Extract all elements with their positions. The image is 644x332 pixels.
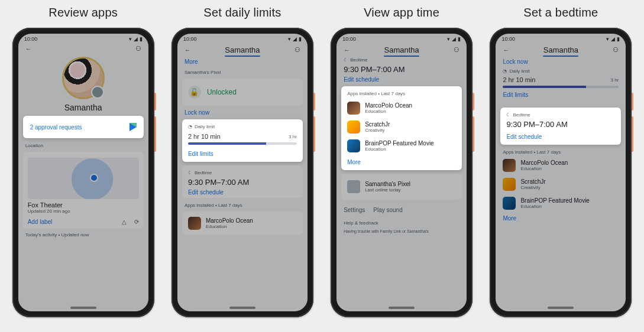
play-sound-link[interactable]: Play sound — [373, 207, 402, 213]
column-daily-limits: Set daily limits 10:00 ▾◢▮ ← Samantha ⚇ … — [169, 6, 316, 317]
bell-icon[interactable]: △ — [122, 219, 127, 225]
device-card[interactable]: 🔓 Unlocked — [182, 79, 303, 106]
app-category: Education — [365, 147, 434, 152]
clock-icon: ◔ — [503, 69, 507, 74]
screen: 10:00 ▾◢▮ ← Samantha ⚇ Lock now ◔Daily l… — [496, 34, 626, 311]
back-icon[interactable]: ← — [25, 46, 31, 52]
map-preview[interactable] — [28, 158, 139, 199]
daily-limit-card[interactable]: ◔Daily limit 2 hr 10 min 3 hr Edit limit… — [182, 119, 303, 162]
column-view-app-time: View app time 10:00 ▾◢▮ ← Samantha ⚇ ☾Be… — [328, 6, 475, 317]
settings-link[interactable]: Settings — [344, 207, 365, 213]
device-name: Samantha's Pixel — [365, 181, 410, 187]
bedtime-value: 9:30 PM–7:00 AM — [344, 65, 459, 74]
bedtime-card[interactable]: ☾Bedtime 9:30 PM–7:00 AM Edit schedule — [182, 165, 303, 198]
home-indicator[interactable] — [70, 307, 96, 309]
lock-now-link[interactable]: Lock now — [503, 58, 619, 65]
bedtime-label: ☾Bedtime — [188, 170, 297, 175]
app-name: ScratchJr — [520, 178, 545, 185]
col-title: Set a bedtime — [523, 6, 598, 19]
volume-button[interactable] — [632, 116, 633, 152]
location-updated: Updated 20 min ago — [28, 209, 139, 214]
app-item-marco[interactable]: MarcoPolo OceanEducation — [347, 99, 456, 118]
edit-limits-link[interactable]: Edit limits — [188, 151, 297, 157]
status-time: 10:00 — [24, 36, 38, 42]
more-link[interactable]: More — [347, 159, 456, 165]
column-review-apps: Review apps 10:00 ▾◢▮ ← ⚇ Samantha 2 app… — [9, 6, 157, 317]
more-link[interactable]: More — [185, 58, 300, 65]
app-bar: ← Samantha ⚇ — [496, 42, 626, 56]
app-bar: ← ⚇ — [18, 42, 148, 53]
moon-icon: ☾ — [506, 112, 510, 118]
status-time: 10:00 — [342, 36, 356, 42]
person-add-icon[interactable]: ⚇ — [454, 47, 459, 53]
bedtime-card[interactable]: ☾Bedtime 9:30 PM–7:00 AM Edit schedule — [500, 108, 621, 145]
volume-button[interactable] — [313, 116, 315, 152]
apps-card: MarcoPolo Ocean Education — [182, 211, 303, 235]
app-name: MarcoPolo Ocean — [206, 217, 253, 224]
app-icon — [503, 178, 516, 191]
bedtime-label: ☾Bedtime — [506, 112, 615, 118]
child-avatar[interactable] — [62, 57, 105, 99]
person-add-icon[interactable]: ⚇ — [135, 45, 141, 52]
app-bar: ← Samantha ⚇ — [336, 42, 467, 56]
person-add-icon[interactable]: ⚇ — [295, 47, 300, 53]
back-icon[interactable]: ← — [344, 47, 349, 53]
power-button[interactable] — [473, 93, 474, 110]
status-time: 10:00 — [183, 36, 197, 42]
add-label-link[interactable]: Add label — [28, 219, 53, 225]
home-indicator[interactable] — [389, 307, 415, 309]
app-icon — [188, 217, 201, 230]
back-icon[interactable]: ← — [185, 47, 190, 53]
status-icons: ▾◢▮ — [127, 36, 143, 42]
power-button[interactable] — [313, 93, 315, 110]
device-label: Samantha's Pixel — [185, 70, 300, 75]
screen: 10:00 ▾◢▮ ← ⚇ Samantha 2 approval reques… — [18, 34, 148, 311]
status-bar: 10:00 ▾◢▮ — [336, 34, 467, 42]
approval-requests-card[interactable]: 2 approval requests — [23, 116, 144, 138]
power-button[interactable] — [154, 93, 156, 110]
edit-schedule-link[interactable]: Edit schedule — [506, 134, 615, 140]
map-pin-icon — [90, 174, 98, 182]
status-icons: ▾◢▮ — [445, 36, 461, 42]
daily-limit-label: ◔Daily limit — [188, 124, 297, 129]
device-actions: Settings Play sound — [336, 203, 467, 217]
col-title: Set daily limits — [203, 6, 281, 19]
edit-schedule-link[interactable]: Edit schedule — [344, 76, 459, 83]
approval-text: 2 approval requests — [30, 124, 82, 131]
home-indicator[interactable] — [229, 307, 255, 309]
app-item-brainpop[interactable]: BrainPOP Featured MovieEducation — [503, 194, 619, 213]
app-icon — [347, 102, 360, 115]
clock-icon: ◔ — [188, 124, 192, 129]
more-link[interactable]: More — [503, 215, 619, 222]
wifi-icon: ▾ — [129, 36, 132, 42]
lock-now-link[interactable]: Lock now — [185, 109, 300, 116]
app-item-marco[interactable]: MarcoPolo Ocean Education — [188, 214, 297, 233]
phone-frame: 10:00 ▾◢▮ ← Samantha ⚇ ☾Bedtime 9:30 PM–… — [331, 28, 473, 317]
appbar-title: Samantha — [225, 45, 260, 54]
app-category: Education — [365, 109, 412, 114]
location-card[interactable]: Fox Theater Updated 20 min ago Add label… — [23, 152, 144, 229]
app-item-brainpop[interactable]: BrainPOP Featured MovieEducation — [347, 136, 456, 155]
app-category: Creativity — [365, 128, 390, 133]
app-item-scratchjr[interactable]: ScratchJrCreativity — [347, 118, 456, 136]
last-online: Last online today — [365, 187, 410, 193]
child-name: Samantha — [18, 103, 148, 112]
app-item-scratchjr[interactable]: ScratchJrCreativity — [503, 175, 619, 194]
device-status-card[interactable]: Samantha's PixelLast online today — [341, 174, 462, 200]
play-store-icon — [130, 123, 137, 131]
daily-limit-label: ◔Daily limit — [503, 69, 619, 74]
app-item-marco[interactable]: MarcoPolo OceanEducation — [503, 156, 619, 175]
power-button[interactable] — [632, 93, 633, 110]
back-icon[interactable]: ← — [503, 47, 509, 53]
unlock-text: Unlocked — [207, 88, 237, 96]
edit-limits-link[interactable]: Edit limits — [503, 92, 619, 98]
moon-icon: ☾ — [344, 57, 348, 63]
volume-button[interactable] — [473, 116, 474, 152]
refresh-icon[interactable]: ⟳ — [134, 219, 139, 225]
volume-button[interactable] — [154, 116, 156, 152]
device-icon — [347, 180, 360, 193]
edit-schedule-link[interactable]: Edit schedule — [188, 189, 297, 196]
app-category: Education — [520, 166, 568, 171]
person-add-icon[interactable]: ⚇ — [613, 47, 619, 53]
home-indicator[interactable] — [548, 307, 574, 309]
